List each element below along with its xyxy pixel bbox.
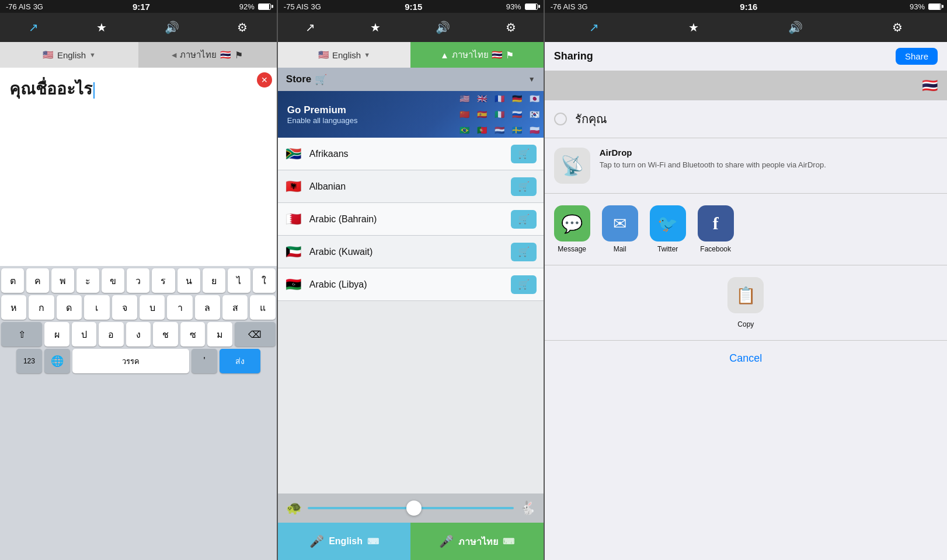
lang-item-afrikaans[interactable]: 🇿🇦 Afrikaans 🛒 xyxy=(278,138,544,170)
key-kho[interactable]: ค xyxy=(26,268,49,293)
lang-item-arabic-bahrain[interactable]: 🇧🇭 Arabic (Bahrain) 🛒 xyxy=(278,203,544,236)
airdrop-icon: 📡 xyxy=(560,155,584,177)
cart-btn-arabic-libya[interactable]: 🛒 xyxy=(511,275,537,294)
settings-btn-toolbar-1[interactable]: ⚙ xyxy=(231,18,253,37)
key-sara-ae[interactable]: แ xyxy=(250,295,275,320)
voice-btn-english[interactable]: 🎤 English ⌨ xyxy=(278,523,410,560)
lang-left-arrow-2: ▼ xyxy=(364,51,370,58)
key-lo[interactable]: ล xyxy=(195,295,220,320)
audio-btn-toolbar-3[interactable]: 🔊 xyxy=(782,18,809,37)
turtle-icon: 🐢 xyxy=(286,501,302,516)
radio-btn-text[interactable] xyxy=(554,113,567,125)
voice-label-thai: ภาษาไทย xyxy=(458,534,498,549)
sharing-thai-text: รักคุณ xyxy=(575,110,607,128)
share-action-btn[interactable]: Share xyxy=(896,48,938,65)
cart-btn-albanian[interactable]: 🛒 xyxy=(511,177,537,196)
lang-right-btn-2[interactable]: ▲ ภาษาไทย 🇹🇭 ⚑ xyxy=(410,42,543,68)
mail-icon: ✉ xyxy=(613,214,626,233)
store-bar[interactable]: Store 🛒 ▼ xyxy=(278,68,544,91)
cart-btn-arabic-kuwait[interactable]: 🛒 xyxy=(511,243,537,261)
cart-btn-arabic-bahrain[interactable]: 🛒 xyxy=(511,210,537,229)
cart-btn-afrikaans[interactable]: 🛒 xyxy=(511,145,537,163)
facebook-label: Facebook xyxy=(700,245,731,253)
star-btn-toolbar-2[interactable]: ★ xyxy=(364,18,387,37)
share-btn-toolbar-1[interactable]: ↗ xyxy=(23,18,44,37)
key-shift[interactable]: ⇧ xyxy=(1,322,42,346)
lang-left-btn-2[interactable]: 🇺🇸 English ▼ xyxy=(278,42,410,68)
lang-item-albanian[interactable]: 🇦🇱 Albanian 🛒 xyxy=(278,170,544,203)
share-btn-toolbar-3[interactable]: ↗ xyxy=(583,18,605,37)
premium-banner[interactable]: Go Premium Enable all languages 🇺🇸🇬🇧🇫🇷🇩🇪… xyxy=(278,91,544,138)
key-o[interactable]: อ xyxy=(99,322,124,346)
share-mail-item[interactable]: ✉ Mail xyxy=(602,205,638,253)
key-jo[interactable]: จ xyxy=(112,295,137,320)
speed-thumb[interactable] xyxy=(406,501,422,516)
key-pho2[interactable]: ผ xyxy=(44,322,69,346)
key-wo[interactable]: ว xyxy=(127,268,149,293)
key-po[interactable]: ป xyxy=(72,322,97,346)
key-bo[interactable]: บ xyxy=(140,295,165,320)
key-kho2[interactable]: ข xyxy=(102,268,124,293)
airdrop-icon-box: 📡 xyxy=(554,148,590,184)
keyboard-icon-en: ⌨ xyxy=(367,537,379,546)
battery-icon-2 xyxy=(525,4,538,10)
share-message-item[interactable]: 💬 Message xyxy=(554,205,590,253)
voice-btn-thai[interactable]: 🎤 ภาษาไทย ⌨ xyxy=(410,523,543,560)
key-ho[interactable]: ห xyxy=(1,295,26,320)
key-mai-muan[interactable]: ไ xyxy=(228,268,250,293)
lang-left-btn-1[interactable]: 🇺🇸 English ▼ xyxy=(0,42,138,68)
copy-item[interactable]: 📋 Copy xyxy=(727,277,764,328)
settings-btn-toolbar-2[interactable]: ⚙ xyxy=(500,18,522,37)
key-no[interactable]: น xyxy=(177,268,200,293)
key-123[interactable]: 123 xyxy=(16,349,42,373)
panel-translation-keyboard: -76 AIS 3G 9:17 92% ↗ ★ 🔊 ⚙ 🇺🇸 English ▼… xyxy=(0,0,277,560)
lang-item-arabic-libya[interactable]: 🇱🇾 Arabic (Libya) 🛒 xyxy=(278,268,544,301)
thai-flag-source: 🇹🇭 xyxy=(922,78,938,93)
share-btn-toolbar-2[interactable]: ↗ xyxy=(300,18,321,37)
key-cho[interactable]: ช xyxy=(153,322,178,346)
key-do[interactable]: ด xyxy=(57,295,82,320)
lang-right-arrow-left-1: ◀ xyxy=(172,51,176,59)
key-ngo[interactable]: ง xyxy=(126,322,151,346)
network-1: 3G xyxy=(33,2,43,11)
star-btn-toolbar-1[interactable]: ★ xyxy=(90,18,113,37)
message-icon: 💬 xyxy=(561,214,583,234)
key-sara-a[interactable]: ะ xyxy=(76,268,99,293)
key-mo[interactable]: ม xyxy=(207,322,232,346)
message-label: Message xyxy=(558,245,586,253)
close-btn-1[interactable]: ✕ xyxy=(257,72,272,88)
lang-right-btn-1[interactable]: ◀ ภาษาไทย 🇹🇭 ⚑ xyxy=(138,42,277,68)
lang-left-label-1: English xyxy=(57,50,86,60)
key-delete[interactable]: ⌫ xyxy=(235,322,276,346)
flag-th-2: 🇹🇭 xyxy=(492,50,503,60)
audio-btn-toolbar-1[interactable]: 🔊 xyxy=(159,18,185,37)
premium-flags: 🇺🇸🇬🇧🇫🇷🇩🇪🇯🇵 🇨🇳🇪🇸🇮🇹🇷🇺🇰🇷 🇧🇷🇵🇹🇳🇱🇸🇪🇵🇱 xyxy=(456,91,544,138)
lang-item-arabic-kuwait[interactable]: 🇰🇼 Arabic (Kuwait) 🛒 xyxy=(278,236,544,268)
key-to[interactable]: ต xyxy=(1,268,24,293)
share-twitter-item[interactable]: 🐦 Twitter xyxy=(650,205,686,253)
key-mai-malai[interactable]: ใ xyxy=(253,268,276,293)
key-ro[interactable]: ร xyxy=(152,268,175,293)
star-btn-toolbar-3[interactable]: ★ xyxy=(683,18,705,37)
audio-btn-toolbar-2[interactable]: 🔊 xyxy=(430,18,456,37)
key-sara-e[interactable]: เ xyxy=(84,295,109,320)
flag-us-1: 🇺🇸 xyxy=(43,50,54,60)
speed-track[interactable] xyxy=(308,507,514,509)
key-so[interactable]: ส xyxy=(222,295,248,320)
translation-text-1: คุณชื่ออะไร xyxy=(0,68,277,110)
sharing-source-bar: 🇹🇭 xyxy=(545,71,947,100)
key-apostrophe[interactable]: ' xyxy=(192,349,217,373)
key-send[interactable]: ส่ง xyxy=(220,349,260,373)
settings-btn-toolbar-3[interactable]: ⚙ xyxy=(886,18,908,37)
key-yo[interactable]: ย xyxy=(203,268,225,293)
lang-name-arabic-libya: Arabic (Libya) xyxy=(309,279,511,290)
key-pho[interactable]: พ xyxy=(51,268,74,293)
cancel-btn[interactable]: Cancel xyxy=(729,352,762,365)
key-spacebar[interactable]: วรรค xyxy=(72,349,189,373)
lang-bar-1: 🇺🇸 English ▼ ◀ ภาษาไทย 🇹🇭 ⚑ xyxy=(0,42,277,68)
share-facebook-item[interactable]: f Facebook xyxy=(698,205,734,253)
key-ko[interactable]: ก xyxy=(29,295,54,320)
key-so2[interactable]: ซ xyxy=(180,322,206,346)
key-sara-aa[interactable]: า xyxy=(167,295,192,320)
key-globe[interactable]: 🌐 xyxy=(44,349,70,373)
